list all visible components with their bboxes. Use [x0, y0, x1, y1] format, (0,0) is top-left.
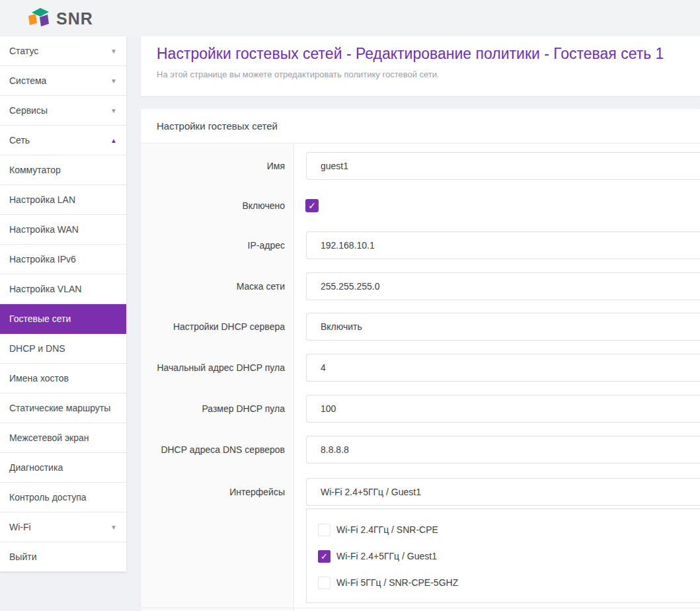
page-header-card: Настройки гостевых сетей - Редактировани…	[141, 36, 700, 96]
sidebar-item-static-routes[interactable]: Статические маршруты	[0, 393, 126, 423]
logo-cube-icon	[25, 7, 52, 30]
sidebar-item-diagnostics[interactable]: Диагностика	[0, 453, 126, 483]
form-section-title: Настройки гостевых сетей	[141, 109, 700, 143]
sidebar-item-guest-networks[interactable]: Гостевые сети	[0, 304, 126, 334]
sidebar-item-wifi[interactable]: Wi-Fi ▼	[0, 512, 126, 542]
sidebar-item-label: Настройка WAN	[9, 224, 79, 235]
dhcp-dns-input[interactable]	[306, 436, 700, 464]
chevron-down-icon: ▼	[110, 77, 117, 85]
sidebar-item-firewall[interactable]: Межсетевой экран	[0, 423, 126, 453]
interface-option-label: Wi-Fi 2.4+5ГГц / Guest1	[336, 551, 437, 561]
sidebar-item-ipv6-settings[interactable]: Настройка IPv6	[0, 245, 126, 274]
sidebar-item-label: Контроль доступа	[9, 492, 87, 503]
interface-option-label: Wi-Fi 2.4ГГц / SNR-CPE	[336, 524, 438, 535]
sidebar: Статус ▼ Система ▼ Сервисы ▼ Сеть ▲ Комм…	[0, 36, 126, 572]
sidebar-item-lan-settings[interactable]: Настройка LAN	[0, 185, 126, 215]
interfaces-select[interactable]: Wi-Fi 2.4+5ГГц / Guest1	[306, 478, 700, 506]
sidebar-item-label: Настройка IPv6	[9, 254, 76, 265]
sidebar-item-label: Межсетевой экран	[9, 432, 89, 443]
sidebar-item-label: Настройка VLAN	[9, 284, 81, 294]
sidebar-item-label: Wi-Fi	[9, 522, 31, 532]
netmask-input[interactable]	[306, 272, 700, 300]
sidebar-item-label: Система	[9, 75, 46, 86]
dhcp-pool-size-input[interactable]	[306, 395, 700, 423]
dhcp-server-select[interactable]: Включить	[306, 313, 700, 341]
sidebar-item-network[interactable]: Сеть ▲	[0, 126, 126, 155]
sidebar-item-label: Настройка LAN	[9, 194, 75, 205]
checkbox-checked-icon[interactable]: ✓	[318, 550, 331, 563]
page-subtitle: На этой странице вы можете отредактирова…	[157, 69, 440, 79]
chevron-down-icon: ▼	[110, 48, 117, 55]
interfaces-label: Интерфейсы	[141, 485, 285, 499]
name-input[interactable]	[306, 152, 700, 180]
row-divider	[141, 608, 700, 608]
chevron-up-icon: ▲	[110, 137, 117, 144]
sidebar-item-status[interactable]: Статус ▼	[0, 36, 126, 66]
interface-option-label: Wi-Fi 5ГГц / SNR-CPE-5GHZ	[336, 577, 458, 588]
check-icon: ✓	[308, 200, 316, 211]
sidebar-item-vlan-settings[interactable]: Настройка VLAN	[0, 274, 126, 304]
ip-address-label: IP-адрес	[141, 239, 285, 252]
ip-address-input[interactable]	[306, 231, 700, 259]
sidebar-item-services[interactable]: Сервисы ▼	[0, 96, 126, 126]
checkbox-unchecked-icon[interactable]	[318, 577, 331, 589]
sidebar-item-label: Статические маршруты	[9, 403, 110, 413]
dhcp-start-label: Начальный адрес DHCP пула	[141, 361, 285, 374]
dhcp-start-input[interactable]	[306, 354, 700, 382]
sidebar-item-label: Имена хостов	[9, 373, 69, 384]
sidebar-item-label: Выйти	[9, 551, 36, 562]
sidebar-item-system[interactable]: Система ▼	[0, 66, 126, 96]
sidebar-item-wan-settings[interactable]: Настройка WAN	[0, 215, 126, 245]
checkbox-unchecked-icon[interactable]	[318, 524, 331, 536]
header-band: SNR	[0, 0, 700, 36]
snr-logo: SNR	[25, 7, 93, 30]
page-title: Настройки гостевых сетей - Редактировани…	[157, 45, 664, 63]
sidebar-item-dhcp-dns[interactable]: DHCP и DNS	[0, 334, 126, 364]
sidebar-item-label: Сервисы	[9, 105, 48, 116]
interface-option-wifi24[interactable]: Wi-Fi 2.4ГГц / SNR-CPE	[318, 523, 438, 536]
sidebar-item-label: Гостевые сети	[9, 313, 71, 324]
sidebar-item-label: Коммутатор	[9, 165, 61, 175]
sidebar-item-logout[interactable]: Выйти	[0, 542, 126, 572]
dhcp-pool-size-label: Размер DHCP пула	[141, 402, 285, 415]
sidebar-item-label: Статус	[9, 46, 38, 56]
interfaces-dropdown: Wi-Fi 2.4ГГц / SNR-CPE ✓ Wi-Fi 2.4+5ГГц …	[306, 509, 700, 603]
name-label: Имя	[141, 159, 285, 173]
chevron-down-icon: ▼	[110, 524, 117, 531]
sidebar-item-hostnames[interactable]: Имена хостов	[0, 364, 126, 393]
form-label-column	[141, 144, 294, 611]
sidebar-item-switch[interactable]: Коммутатор	[0, 155, 126, 185]
check-icon: ✓	[321, 551, 328, 561]
enabled-label: Включено	[141, 199, 285, 212]
interface-option-wifi245-guest1[interactable]: ✓ Wi-Fi 2.4+5ГГц / Guest1	[318, 550, 437, 563]
chevron-down-icon: ▼	[110, 107, 117, 114]
interface-option-wifi5[interactable]: Wi-Fi 5ГГц / SNR-CPE-5GHZ	[318, 576, 458, 589]
sidebar-item-label: DHCP и DNS	[9, 343, 65, 354]
sidebar-item-label: Диагностика	[9, 462, 63, 473]
sidebar-item-label: Сеть	[9, 135, 30, 145]
guest-network-form-card: Настройки гостевых сетей Имя Включено ✓ …	[141, 109, 700, 611]
dhcp-server-label: Настройки DHCP сервера	[141, 320, 285, 333]
netmask-label: Маска сети	[141, 280, 285, 293]
logo-text: SNR	[56, 9, 93, 28]
enabled-checkbox[interactable]: ✓	[305, 199, 319, 212]
sidebar-item-access-control[interactable]: Контроль доступа	[0, 483, 126, 512]
dhcp-dns-label: DHCP адреса DNS серверов	[141, 443, 285, 456]
